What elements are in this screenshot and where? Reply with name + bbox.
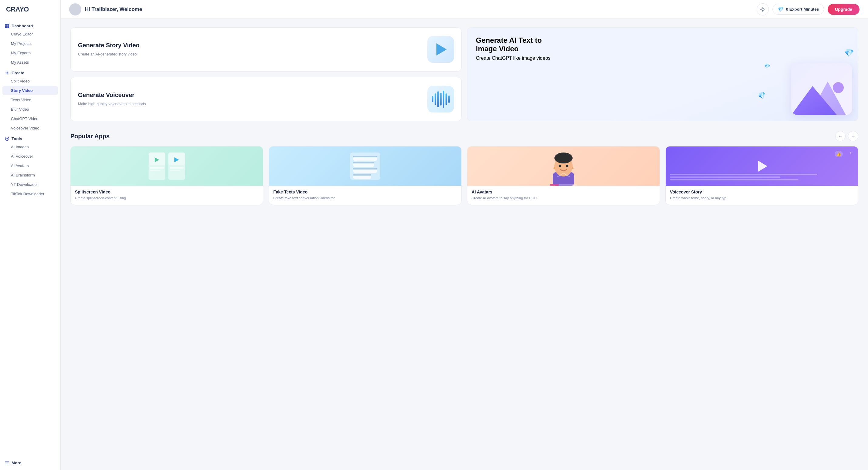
generate-voiceover-card[interactable]: Generate Voiceover Make high quality voi… bbox=[70, 77, 462, 121]
voiceover-illustration: " 👍 bbox=[666, 147, 858, 186]
sidebar-item-my-exports[interactable]: My Exports bbox=[2, 49, 58, 57]
svg-point-41 bbox=[566, 165, 568, 167]
avatars-desc: Create AI avatars to say anything for UG… bbox=[472, 195, 655, 200]
app-card-faketexts[interactable]: Fake Texts Video Create fake text conver… bbox=[269, 146, 462, 205]
faketexts-body: Fake Texts Video Create fake text conver… bbox=[269, 186, 461, 205]
svg-point-14 bbox=[762, 8, 764, 11]
sidebar-item-ai-images[interactable]: AI Images bbox=[2, 143, 58, 151]
gem-1: 💎 bbox=[844, 48, 854, 58]
card3-title: Generate Voiceover bbox=[78, 91, 146, 99]
wave-bar-6 bbox=[445, 93, 447, 105]
topbar: Hi Trailblazer, Welcome 💎 0 Export Minut… bbox=[61, 0, 868, 19]
sidebar-item-tiktok-downloader[interactable]: TikTok Downloader bbox=[2, 189, 58, 198]
card3-text: Generate Voiceover Make high quality voi… bbox=[78, 91, 146, 107]
avatar bbox=[69, 3, 81, 15]
card1-icon bbox=[427, 36, 454, 63]
popular-apps-title: Popular Apps bbox=[70, 133, 110, 140]
mountain-svg bbox=[791, 79, 852, 115]
faketexts-illustration bbox=[345, 150, 385, 183]
create-icon bbox=[5, 71, 9, 75]
splitscreen-title: Splitscreen Video bbox=[75, 189, 259, 194]
sidebar-item-my-projects[interactable]: My Projects bbox=[2, 39, 58, 48]
sidebar-item-story-video[interactable]: Story Video bbox=[2, 86, 58, 95]
prev-arrow-button[interactable]: ← bbox=[835, 131, 845, 141]
app-card-avatars[interactable]: AI Avatars Create AI avatars to say anyt… bbox=[467, 146, 660, 205]
svg-point-17 bbox=[833, 82, 844, 93]
voiceover-story-title: Voiceover Story bbox=[670, 189, 854, 194]
sidebar-section-tools: Tools bbox=[0, 134, 60, 142]
next-arrow-button[interactable]: → bbox=[848, 131, 858, 141]
apps-grid: Splitscreen Video Create split-screen co… bbox=[70, 146, 858, 205]
generate-ai-text-image-card[interactable]: Generate AI Text to Image Video Create C… bbox=[467, 27, 858, 121]
svg-rect-27 bbox=[170, 170, 181, 171]
voiceover-story-thumb: " 👍 bbox=[666, 147, 858, 186]
svg-rect-11 bbox=[5, 462, 9, 462]
app-card-splitscreen[interactable]: Splitscreen Video Create split-screen co… bbox=[70, 146, 263, 205]
svg-rect-1 bbox=[7, 24, 9, 26]
sidebar-item-crayo-editor[interactable]: Crayo Editor bbox=[2, 30, 58, 38]
sidebar-section-create: Create bbox=[0, 68, 60, 76]
hero-cards: Generate Story Video Create an AI-genera… bbox=[70, 27, 462, 121]
sidebar-item-chatgpt-video[interactable]: ChatGPT Video bbox=[2, 114, 58, 123]
svg-rect-12 bbox=[5, 463, 9, 463]
sidebar-item-voiceover-video[interactable]: Voiceover Video bbox=[2, 124, 58, 132]
svg-rect-36 bbox=[353, 175, 371, 176]
svg-rect-25 bbox=[150, 170, 161, 171]
dashboard-icon bbox=[5, 24, 9, 28]
sidebar-item-my-assets[interactable]: My Assets bbox=[2, 58, 58, 67]
wave-bar-4 bbox=[440, 93, 442, 105]
card2-title: Generate AI Text to Image Video bbox=[476, 36, 555, 53]
splitscreen-illustration bbox=[147, 150, 187, 183]
avatars-thumb bbox=[467, 147, 660, 186]
sidebar-item-texts-video[interactable]: Texts Video bbox=[2, 96, 58, 104]
sidebar-item-ai-brainstorm[interactable]: AI Brainstorm bbox=[2, 171, 58, 180]
faketexts-desc: Create fake text conversation videos for bbox=[273, 195, 457, 200]
export-minutes-label: 0 Export Minutes bbox=[786, 7, 819, 11]
sidebar-item-split-video[interactable]: Split Video bbox=[2, 77, 58, 86]
card1-title: Generate Story Video bbox=[78, 41, 140, 49]
splitscreen-desc: Create split-screen content using bbox=[75, 195, 259, 200]
svg-rect-2 bbox=[5, 26, 7, 28]
splitscreen-thumb bbox=[71, 147, 263, 186]
hero-illustration: 💎 💎 💎 bbox=[755, 45, 858, 121]
svg-rect-26 bbox=[170, 167, 184, 168]
app-card-voiceover-story[interactable]: " 👍 Voiceover Story Create wholesome, sc… bbox=[665, 146, 858, 205]
wave-bar-1 bbox=[432, 96, 433, 102]
nav-arrows: ← → bbox=[835, 131, 858, 141]
svg-rect-34 bbox=[353, 168, 377, 169]
popular-apps-header: Popular Apps ← → bbox=[70, 131, 858, 141]
vo-play-icon bbox=[758, 161, 767, 171]
wave-bar-2 bbox=[435, 93, 436, 105]
upgrade-button[interactable]: Upgrade bbox=[828, 4, 860, 15]
export-minutes-button[interactable]: 💎 0 Export Minutes bbox=[772, 4, 824, 14]
generate-story-video-card[interactable]: Generate Story Video Create an AI-genera… bbox=[70, 27, 462, 71]
avatars-body: AI Avatars Create AI avatars to say anyt… bbox=[467, 186, 660, 205]
main-content: Hi Trailblazer, Welcome 💎 0 Export Minut… bbox=[61, 0, 868, 470]
voiceover-story-body: Voiceover Story Create wholesome, scary,… bbox=[666, 186, 858, 205]
card3-desc: Make high quality voiceovers in seconds bbox=[78, 101, 146, 107]
wave-bar-3 bbox=[437, 91, 439, 107]
sidebar-item-blur-video[interactable]: Blur Video bbox=[2, 105, 58, 114]
topbar-right: 💎 0 Export Minutes Upgrade bbox=[757, 3, 860, 15]
notifications-icon bbox=[760, 7, 766, 12]
avatars-title: AI Avatars bbox=[472, 189, 655, 194]
svg-point-4 bbox=[6, 72, 8, 74]
sidebar-item-ai-voiceover[interactable]: AI Voiceover bbox=[2, 152, 58, 161]
notifications-button[interactable] bbox=[757, 3, 769, 15]
svg-point-10 bbox=[6, 138, 8, 139]
sidebar-item-ai-avatars[interactable]: AI Avatars bbox=[2, 161, 58, 170]
more-icon bbox=[5, 461, 9, 465]
topbar-left: Hi Trailblazer, Welcome bbox=[69, 3, 142, 15]
welcome-text: Hi Trailblazer, Welcome bbox=[85, 6, 142, 12]
sidebar-section-dashboard: Dashboard bbox=[0, 21, 60, 29]
voiceover-story-desc: Create wholesome, scary, or any typ bbox=[670, 195, 854, 200]
vo-quote-icon: " bbox=[850, 151, 852, 159]
tools-icon bbox=[5, 136, 9, 141]
svg-rect-45 bbox=[550, 184, 559, 186]
hero-grid: Generate Story Video Create an AI-genera… bbox=[70, 27, 858, 121]
svg-rect-32 bbox=[353, 162, 374, 163]
svg-point-39 bbox=[554, 153, 572, 163]
svg-point-42 bbox=[554, 167, 555, 169]
card1-desc: Create an AI-generated story video bbox=[78, 52, 140, 57]
sidebar-item-yt-downloader[interactable]: YT Downloader bbox=[2, 180, 58, 189]
